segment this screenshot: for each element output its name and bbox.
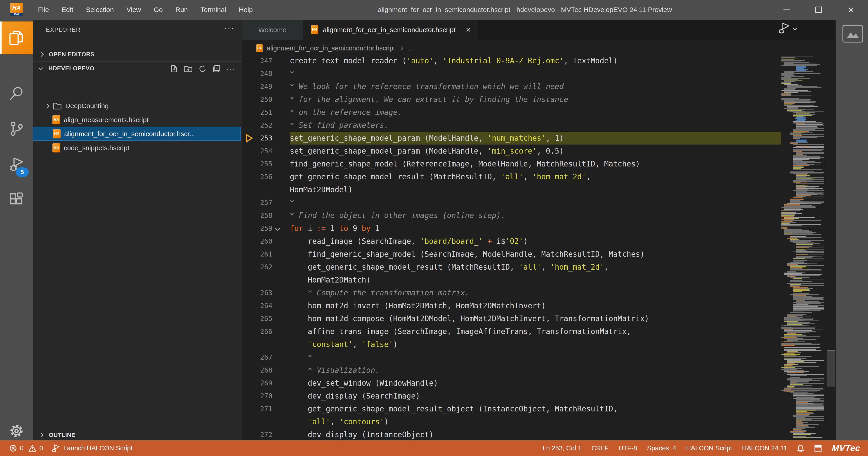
menu-edit[interactable]: Edit — [55, 0, 80, 20]
bell-icon[interactable] — [797, 445, 804, 452]
sidebar-title: EXPLORER — [46, 26, 81, 33]
code-line-269[interactable]: 269 dev_set_window (WindowHandle) — [242, 377, 835, 390]
code-line-265[interactable]: 265 hom_mat2d_compose (HomMat2DModel, Ho… — [242, 312, 835, 325]
launch-script-label[interactable]: Launch HALCON Script — [63, 445, 132, 452]
tree-item-code-snippets-hscript[interactable]: HAcode_snippets.hscript — [33, 141, 241, 155]
code-text: * for the alignment. We can extract it b… — [290, 93, 568, 106]
code-line-259[interactable]: 259for i := 1 to 9 by 1 — [242, 222, 835, 235]
code-line-252[interactable]: 252* Set find parameters. — [242, 119, 835, 132]
code-line-253[interactable]: 253set_generic_shape_model_param (ModelH… — [242, 132, 835, 145]
menu-selection[interactable]: Selection — [80, 0, 120, 20]
warnings-icon[interactable] — [29, 445, 36, 452]
code-line-wrap[interactable]: 'all', 'contours') — [242, 415, 835, 428]
minimap-line — [790, 312, 812, 313]
code-line-258[interactable]: 258* Find the object in other images (on… — [242, 209, 835, 222]
graphics-window-button[interactable] — [842, 25, 863, 42]
status-halcon-24-11[interactable]: HALCON 24.11 — [742, 445, 787, 452]
status-crlf[interactable]: CRLF — [592, 445, 609, 452]
launch-script-icon[interactable] — [778, 22, 790, 34]
new-file-icon[interactable] — [170, 65, 178, 73]
code-line-wrap[interactable]: HomMat2DModel) — [242, 183, 835, 196]
code-line-261[interactable]: 261 find_generic_shape_model (SearchImag… — [242, 248, 835, 261]
minimap-line — [781, 214, 795, 215]
code-line-255[interactable]: 255find_generic_shape_model (ReferenceIm… — [242, 158, 835, 170]
tree-item-deepcounting[interactable]: DeepCounting — [33, 99, 241, 113]
code-line-271[interactable]: 271 get_generic_shape_model_result_objec… — [242, 402, 835, 415]
code-line-248[interactable]: 248* — [242, 67, 835, 80]
tree-item-alignment-for-ocr-in-semiconductor-hscr-[interactable]: HAalignment_for_ocr_in_semiconductor.hsc… — [33, 127, 241, 141]
more-actions-icon[interactable]: ··· — [226, 64, 236, 73]
breadcrumb-more[interactable]: ... — [408, 45, 414, 52]
activity-explorer[interactable] — [0, 22, 33, 54]
sidebar-more-button[interactable]: ··· — [224, 23, 235, 33]
tab-close-icon[interactable]: × — [466, 25, 471, 35]
code-line-254[interactable]: 254set_generic_shape_model_param (ModelH… — [242, 145, 835, 158]
code-line-256[interactable]: 256get_generic_shape_model_result (Match… — [242, 170, 835, 183]
tab-bar: Welcome HA alignment_for_ocr_in_semicond… — [242, 20, 835, 40]
status-halcon-script[interactable]: HALCON Script — [686, 445, 732, 452]
menu-run[interactable]: Run — [169, 0, 194, 20]
line-number: 266 — [245, 325, 272, 338]
code-text: * Find the object in other images (onlin… — [290, 209, 505, 222]
refresh-icon[interactable] — [198, 65, 207, 73]
code-text: * on the reference image. — [290, 106, 402, 119]
restore-button[interactable] — [804, 0, 833, 20]
code-line-251[interactable]: 251* on the reference image. — [242, 106, 835, 119]
title-bar: HA EVO FileEditSelectionViewGoRunTermina… — [0, 0, 868, 20]
tab-welcome[interactable]: Welcome — [242, 20, 303, 40]
new-folder-icon[interactable] — [184, 65, 193, 73]
status-ln-253-col-1[interactable]: Ln 253, Col 1 — [542, 445, 582, 452]
fold-chevron-icon[interactable] — [275, 226, 280, 231]
scrollbar-thumb[interactable] — [827, 350, 835, 387]
code-line-266[interactable]: 266 affine_trans_image (SearchImage, Ima… — [242, 325, 835, 338]
code-line-247[interactable]: 247create_text_model_reader ('auto', 'In… — [242, 57, 835, 67]
code-line-262[interactable]: 262 get_generic_shape_model_result (Matc… — [242, 261, 835, 274]
status-spaces-4[interactable]: Spaces: 4 — [647, 445, 676, 452]
section-open-editors[interactable]: OPEN EDITORS — [33, 49, 242, 60]
status-utf-8[interactable]: UTF-8 — [618, 445, 637, 452]
activity-search[interactable] — [0, 77, 33, 110]
menu-file[interactable]: File — [32, 0, 55, 20]
code-text: 'constant', 'false') — [290, 338, 398, 351]
minimap[interactable] — [781, 57, 826, 440]
hdevelopevo-window: HA EVO FileEditSelectionViewGoRunTermina… — [0, 0, 868, 456]
code-line-267[interactable]: 267 * — [242, 351, 835, 364]
code-line-wrap[interactable]: 'constant', 'false') — [242, 338, 835, 351]
section-outline[interactable]: OUTLINE — [33, 430, 242, 440]
panel-layout-icon[interactable] — [814, 445, 822, 452]
close-button[interactable]: × — [836, 0, 866, 20]
code-line-249[interactable]: 249* We look for the reference transform… — [242, 80, 835, 93]
error-count[interactable]: 0 — [20, 445, 24, 452]
code-line-264[interactable]: 264 hom_mat2d_invert (HomMat2DMatch, Hom… — [242, 299, 835, 312]
tree-item-align-measurements-hscript[interactable]: HAalign_measurements.hscript — [33, 113, 241, 127]
code-line-270[interactable]: 270 dev_display (SearchImage) — [242, 390, 835, 402]
chevron-down-icon[interactable] — [793, 26, 797, 30]
menu-go[interactable]: Go — [147, 0, 169, 20]
tab-active-file[interactable]: HA alignment_for_ocr_in_semiconductor.hs… — [303, 20, 479, 40]
collapse-all-icon[interactable] — [213, 65, 221, 73]
code-line-250[interactable]: 250* for the alignment. We can extract i… — [242, 93, 835, 106]
warning-count[interactable]: 0 — [39, 445, 43, 452]
activity-extensions[interactable] — [0, 183, 33, 216]
code-line-263[interactable]: 263 * Compute the transformation matrix. — [242, 286, 835, 299]
code-editor[interactable]: 247create_text_model_reader ('auto', 'In… — [242, 57, 835, 440]
menu-view[interactable]: View — [120, 0, 147, 20]
activity-source-control[interactable] — [0, 112, 33, 145]
menu-terminal[interactable]: Terminal — [194, 0, 232, 20]
line-number: 268 — [245, 364, 272, 377]
code-line-260[interactable]: 260 read_image (SearchImage, 'board/boar… — [242, 235, 835, 248]
code-line-wrap[interactable]: HomMat2DMatch) — [242, 274, 835, 286]
code-line-272[interactable]: 272 dev_display (InstanceObject) — [242, 428, 835, 440]
code-line-257[interactable]: 257* — [242, 196, 835, 209]
scrollbar[interactable] — [827, 57, 835, 440]
minimap-line — [790, 377, 800, 378]
launch-script-icon[interactable] — [51, 444, 60, 453]
code-line-268[interactable]: 268 * Visualization. — [242, 364, 835, 377]
menu-help[interactable]: Help — [232, 0, 259, 20]
errors-icon[interactable] — [9, 445, 17, 452]
minimap-line — [796, 125, 825, 125]
breadcrumb-file[interactable]: alignment_for_ocr_in_semiconductor.hscri… — [267, 45, 395, 52]
line-number: 265 — [245, 312, 272, 325]
minimize-button[interactable] — [772, 0, 802, 20]
activity-run-debug[interactable]: 5 — [0, 148, 33, 180]
